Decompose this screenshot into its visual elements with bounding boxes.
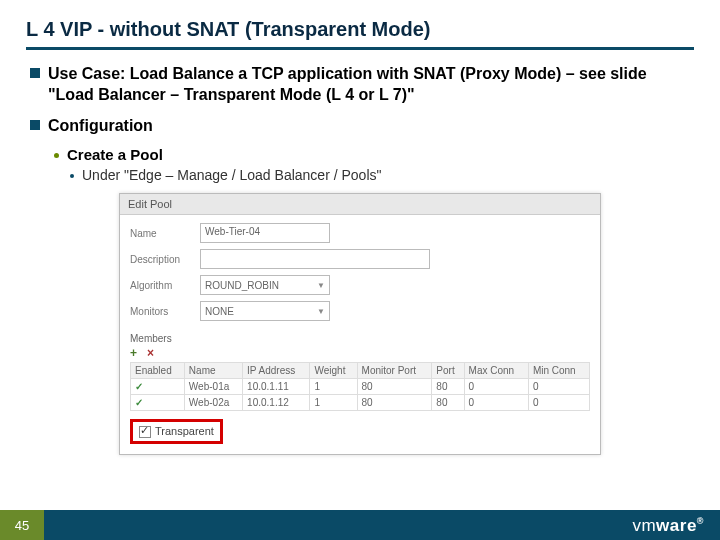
configuration-heading: Configuration — [48, 116, 153, 137]
table-row[interactable]: ✓ Web-01a 10.0.1.11 1 80 80 0 0 — [131, 379, 590, 395]
monitors-label: Monitors — [130, 306, 200, 317]
use-case-text: Use Case: Load Balance a TCP application… — [48, 64, 694, 106]
algorithm-label: Algorithm — [130, 280, 200, 291]
name-label: Name — [130, 228, 200, 239]
bullet-square-icon — [30, 68, 40, 78]
check-icon: ✓ — [131, 395, 185, 411]
bullet-square-icon — [30, 120, 40, 130]
delete-row-button[interactable]: × — [147, 346, 154, 360]
name-input[interactable]: Web-Tier-04 — [200, 223, 330, 243]
monitors-select[interactable]: NONE▼ — [200, 301, 330, 321]
members-table: Enabled Name IP Address Weight Monitor P… — [130, 362, 590, 411]
transparent-checkbox[interactable]: Transparent — [130, 419, 223, 444]
table-row[interactable]: ✓ Web-02a 10.0.1.12 1 80 80 0 0 — [131, 395, 590, 411]
under-path-text: Under "Edge – Manage / Load Balancer / P… — [82, 167, 381, 183]
footer-bar: 45 vmware® — [0, 510, 720, 540]
description-label: Description — [130, 254, 200, 265]
members-label: Members — [130, 333, 600, 344]
checkbox-icon — [139, 426, 151, 438]
create-pool-text: Create a Pool — [67, 146, 163, 163]
edit-pool-dialog: Edit Pool Name Web-Tier-04 Description A… — [119, 193, 601, 455]
col-min: Min Conn — [528, 363, 589, 379]
dialog-title: Edit Pool — [120, 194, 600, 215]
add-row-button[interactable]: + — [130, 346, 137, 360]
col-port: Port — [432, 363, 464, 379]
col-name: Name — [184, 363, 242, 379]
vmware-logo: vmware® — [632, 516, 704, 536]
check-icon: ✓ — [131, 379, 185, 395]
algorithm-select[interactable]: ROUND_ROBIN▼ — [200, 275, 330, 295]
bullet-dot-icon — [54, 153, 59, 158]
col-enabled: Enabled — [131, 363, 185, 379]
page-number: 45 — [0, 510, 44, 540]
page-title: L 4 VIP - without SNAT (Transparent Mode… — [26, 18, 694, 50]
col-max: Max Conn — [464, 363, 528, 379]
col-weight: Weight — [310, 363, 357, 379]
col-ip: IP Address — [243, 363, 310, 379]
bullet-subdot-icon — [70, 174, 74, 178]
description-input[interactable] — [200, 249, 430, 269]
col-mport: Monitor Port — [357, 363, 432, 379]
chevron-down-icon: ▼ — [317, 307, 325, 316]
chevron-down-icon: ▼ — [317, 281, 325, 290]
